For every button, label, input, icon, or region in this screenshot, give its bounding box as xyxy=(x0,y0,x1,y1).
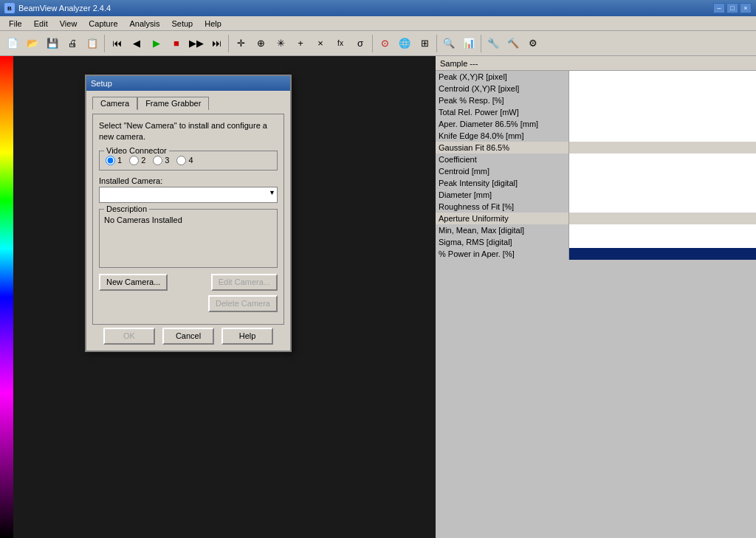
menu-edit[interactable]: Edit xyxy=(28,18,54,30)
table-cell-value xyxy=(568,165,756,177)
radio-2-input[interactable] xyxy=(129,156,139,165)
play-button[interactable]: ▶ xyxy=(147,34,166,53)
radio-2[interactable]: 2 xyxy=(129,156,145,165)
table-row: Knife Edge 84.0% [mm] xyxy=(436,130,756,142)
table-row: Aperture Uniformity xyxy=(436,213,756,224)
dialog-tabs: Camera Frame Grabber xyxy=(92,97,284,110)
skip-end-button[interactable]: ⏭ xyxy=(207,34,226,53)
menu-capture[interactable]: Capture xyxy=(83,18,123,30)
table-row: Roughness of Fit [%] xyxy=(436,201,756,213)
dialog-title-text: Setup xyxy=(91,79,112,88)
main-content: Setup Camera Frame Grabber Select "New C… xyxy=(0,56,756,538)
video-connector-label: Video Connector xyxy=(104,146,169,155)
radio-1[interactable]: 1 xyxy=(106,156,122,165)
tool2-button[interactable]: 🔨 xyxy=(504,34,523,53)
table-row: Sigma, RMS [digital] xyxy=(436,236,756,248)
copy-button[interactable]: 📋 xyxy=(83,34,102,53)
new-camera-button[interactable]: New Camera... xyxy=(99,274,168,291)
menu-analysis[interactable]: Analysis xyxy=(124,18,166,30)
setup-dialog: Setup Camera Frame Grabber Select "New C… xyxy=(85,75,292,352)
table-row: Peak % Resp. [%] xyxy=(436,94,756,106)
menu-help[interactable]: Help xyxy=(199,18,227,30)
table-cell-value xyxy=(568,106,756,118)
cross-button[interactable]: × xyxy=(311,34,330,53)
ok-button[interactable]: OK xyxy=(103,328,155,345)
table-cell-value xyxy=(568,213,756,224)
color-scale-bar xyxy=(0,56,13,538)
radio-4[interactable]: 4 xyxy=(176,156,193,165)
toolbar-sep-2 xyxy=(228,35,229,52)
prev-button[interactable]: ◀ xyxy=(127,34,146,53)
crosshair-button[interactable]: ✛ xyxy=(231,34,250,53)
table-cell-label: Coefficient xyxy=(436,154,568,165)
toolbar-sep-1 xyxy=(104,35,105,52)
panel-header: Sample --- xyxy=(436,56,756,71)
table-cell-label: Gaussian Fit 86.5% xyxy=(436,142,568,154)
dialog-bottom-buttons: OK Cancel Help xyxy=(92,328,284,345)
table-body: Peak (X,Y)R [pixel]Centroid (X,Y)R [pixe… xyxy=(436,71,756,260)
tool3-button[interactable]: ⚙ xyxy=(523,34,543,53)
table-row: Peak (X,Y)R [pixel] xyxy=(436,71,756,83)
delete-camera-button[interactable]: Delete Camera xyxy=(208,295,278,312)
table-row: Min, Mean, Max [digital] xyxy=(436,224,756,236)
table-cell-label: Diameter [mm] xyxy=(436,189,568,201)
right-content-area xyxy=(436,260,756,538)
table-cell-label: Centroid (X,Y)R [pixel] xyxy=(436,83,568,94)
table-cell-label: Min, Mean, Max [digital] xyxy=(436,224,568,236)
table-row: Centroid [mm] xyxy=(436,165,756,177)
radio-2-label: 2 xyxy=(141,156,145,165)
radio-1-input[interactable] xyxy=(106,156,115,165)
edit-camera-button[interactable]: Edit Camera... xyxy=(211,274,278,291)
skip-start-button[interactable]: ⏮ xyxy=(107,34,126,53)
table-cell-label: Total Rel. Power [mW] xyxy=(436,106,568,118)
tab-frame-grabber[interactable]: Frame Grabber xyxy=(137,97,209,110)
sigma-button[interactable]: σ xyxy=(351,34,370,53)
menu-file[interactable]: File xyxy=(3,18,28,30)
table-cell-label: Peak % Resp. [%] xyxy=(436,94,568,106)
dialog-body: Camera Frame Grabber Select "New Camera"… xyxy=(86,91,290,351)
panel-header-text: Sample --- xyxy=(440,59,478,68)
close-button[interactable]: × xyxy=(740,3,752,13)
open-button[interactable]: 📂 xyxy=(23,34,42,53)
menu-view[interactable]: View xyxy=(54,18,83,30)
plus-button[interactable]: + xyxy=(291,34,310,53)
camera-select[interactable] xyxy=(99,187,278,203)
table-cell-label: Aper. Diameter 86.5% [mm] xyxy=(436,118,568,130)
table-cell-value xyxy=(568,224,756,236)
table-cell-value xyxy=(568,189,756,201)
fast-forward-button[interactable]: ▶▶ xyxy=(187,34,206,53)
globe-button[interactable]: 🌐 xyxy=(395,34,414,53)
help-button[interactable]: Help xyxy=(221,328,273,345)
tab-camera[interactable]: Camera xyxy=(92,97,137,110)
dialog-description: Select "New Camera" to install and confi… xyxy=(99,120,278,143)
description-content: No Cameras Installed xyxy=(104,215,272,224)
table-row: % Power in Aper. [%] xyxy=(436,248,756,260)
menu-setup[interactable]: Setup xyxy=(165,18,199,30)
dialog-title-bar[interactable]: Setup xyxy=(86,76,290,91)
table-cell-value xyxy=(568,201,756,213)
table-cell-value xyxy=(568,83,756,94)
minimize-button[interactable]: – xyxy=(713,3,725,13)
table-cell-value xyxy=(568,118,756,130)
asterisk-button[interactable]: ✳ xyxy=(271,34,290,53)
chart-button[interactable]: 📊 xyxy=(459,34,478,53)
radio-4-input[interactable] xyxy=(176,156,186,165)
tab-content: Select "New Camera" to install and confi… xyxy=(92,114,284,325)
stop-button[interactable]: ■ xyxy=(167,34,186,53)
table-cell-label: % Power in Aper. [%] xyxy=(436,248,568,260)
radio-3-input[interactable] xyxy=(153,156,162,165)
new-button[interactable]: 📄 xyxy=(3,34,22,53)
grid-button[interactable]: ⊞ xyxy=(415,34,434,53)
cancel-button[interactable]: Cancel xyxy=(162,328,214,345)
table-cell-value xyxy=(568,71,756,83)
zoom-button[interactable]: 🔍 xyxy=(439,34,458,53)
app-title: BeamView Analyzer 2.4.4 xyxy=(18,4,713,13)
save-button[interactable]: 💾 xyxy=(43,34,62,53)
radio-3[interactable]: 3 xyxy=(153,156,169,165)
target-button[interactable]: ⊕ xyxy=(251,34,270,53)
print-button[interactable]: 🖨 xyxy=(63,34,82,53)
circle-button[interactable]: ⊙ xyxy=(375,34,394,53)
fx-button[interactable]: fx xyxy=(331,34,350,53)
tool1-button[interactable]: 🔧 xyxy=(484,34,503,53)
maximize-button[interactable]: □ xyxy=(726,3,738,13)
